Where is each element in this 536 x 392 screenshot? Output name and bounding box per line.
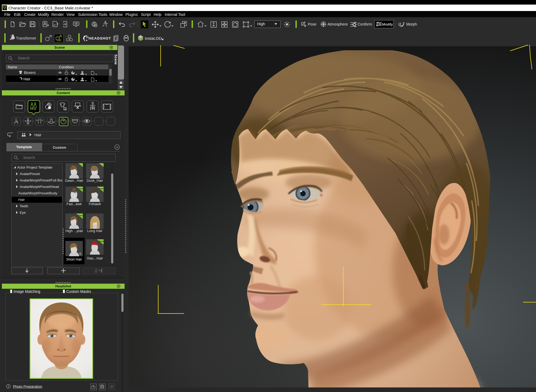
svg-text:IC: IC	[54, 24, 56, 26]
svg-text:0: 0	[10, 34, 12, 37]
svg-text:$: $	[79, 252, 81, 255]
